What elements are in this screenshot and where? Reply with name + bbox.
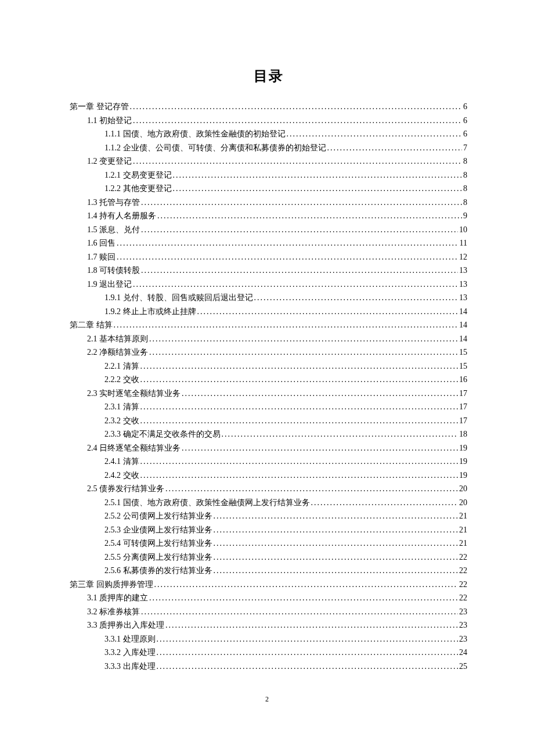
- toc-entry[interactable]: 2.3 实时逐笔全额结算业务17: [70, 390, 467, 398]
- toc-entry-label: 3.3 质押券出入库处理: [87, 621, 164, 629]
- toc-entry-page: 6: [463, 130, 467, 138]
- toc-leader-dots: [165, 485, 458, 493]
- toc-leader-dots: [214, 512, 459, 520]
- toc-entry-page: 6: [463, 103, 467, 111]
- toc-leader-dots: [173, 185, 463, 193]
- toc-leader-dots: [287, 130, 463, 138]
- toc-entry-label: 2.5.1 国债、地方政府债、政策性金融债网上发行结算业务: [104, 499, 310, 507]
- toc-entry[interactable]: 2.2 净额结算业务15: [70, 348, 467, 357]
- toc-entry[interactable]: 2.4 日终逐笔全额结算业务19: [70, 444, 467, 452]
- toc-entry-page: 20: [459, 485, 467, 493]
- toc-entry-label: 3.3.2 入库处理: [104, 649, 156, 657]
- toc-entry[interactable]: 第二章 结算14: [70, 321, 467, 329]
- toc-entry[interactable]: 3.3.2 入库处理24: [70, 649, 467, 657]
- toc-entry-page: 16: [459, 376, 467, 384]
- toc-entry[interactable]: 1.9.2 终止上市或终止挂牌14: [70, 308, 467, 316]
- toc-entry-page: 23: [459, 608, 467, 616]
- toc-entry[interactable]: 1.8 可转债转股13: [70, 267, 467, 275]
- toc-container: 第一章 登记存管61.1 初始登记61.1.1 国债、地方政府债、政策性金融债的…: [70, 103, 467, 671]
- toc-entry[interactable]: 3.1 质押库的建立22: [70, 594, 467, 602]
- toc-entry[interactable]: 1.2 变更登记8: [70, 157, 467, 165]
- toc-entry-page: 22: [459, 553, 467, 561]
- toc-leader-dots: [214, 567, 459, 575]
- toc-entry-page: 10: [459, 226, 467, 234]
- toc-entry-label: 1.4 持有人名册服务: [87, 212, 156, 220]
- toc-leader-dots: [149, 594, 458, 602]
- toc-entry[interactable]: 2.5.4 可转债网上发行结算业务21: [70, 539, 467, 548]
- toc-entry[interactable]: 第一章 登记存管6: [70, 103, 467, 111]
- toc-entry[interactable]: 1.1.1 国债、地方政府债、政策性金融债的初始登记6: [70, 130, 467, 138]
- toc-leader-dots: [141, 267, 458, 275]
- toc-entry[interactable]: 2.5.1 国债、地方政府债、政策性金融债网上发行结算业务20: [70, 499, 467, 507]
- toc-leader-dots: [140, 471, 459, 480]
- toc-entry[interactable]: 2.3.3 确定不满足交收条件的交易18: [70, 430, 467, 438]
- document-page: 目录 第一章 登记存管61.1 初始登记61.1.1 国债、地方政府债、政策性金…: [0, 0, 534, 671]
- toc-entry[interactable]: 1.3 托管与存管8: [70, 199, 467, 207]
- toc-entry-page: 17: [459, 390, 467, 398]
- toc-entry[interactable]: 2.4.1 清算19: [70, 458, 467, 466]
- toc-entry-label: 2.3.1 清算: [104, 403, 139, 411]
- toc-leader-dots: [140, 362, 459, 370]
- toc-entry[interactable]: 1.9 退出登记13: [70, 280, 467, 289]
- toc-entry[interactable]: 2.5.6 私募债券的发行结算业务22: [70, 567, 467, 575]
- toc-entry-page: 23: [459, 635, 467, 643]
- toc-entry-page: 22: [459, 567, 467, 575]
- toc-entry[interactable]: 3.3.3 出库处理25: [70, 663, 467, 671]
- toc-entry[interactable]: 2.5.5 分离债网上发行结算业务22: [70, 553, 467, 561]
- toc-entry[interactable]: 1.7 赎回12: [70, 253, 467, 261]
- toc-leader-dots: [173, 171, 463, 179]
- toc-leader-dots: [141, 608, 458, 616]
- toc-entry[interactable]: 2.4.2 交收19: [70, 471, 467, 480]
- toc-leader-dots: [214, 526, 459, 534]
- toc-leader-dots: [117, 239, 459, 247]
- toc-entry-label: 3.3.3 出库处理: [104, 663, 156, 671]
- toc-leader-dots: [222, 430, 459, 438]
- toc-entry[interactable]: 3.2 标准券核算23: [70, 608, 467, 616]
- toc-leader-dots: [140, 417, 459, 425]
- toc-leader-dots: [133, 157, 462, 165]
- toc-leader-dots: [157, 649, 459, 657]
- toc-leader-dots: [165, 621, 458, 629]
- toc-entry[interactable]: 3.3.1 处理原则23: [70, 635, 467, 643]
- toc-entry[interactable]: 2.5.2 公司债网上发行结算业务21: [70, 512, 467, 520]
- toc-entry-label: 第二章 结算: [70, 321, 113, 329]
- toc-entry[interactable]: 2.5 债券发行结算业务20: [70, 485, 467, 493]
- toc-entry-page: 14: [459, 335, 467, 343]
- toc-entry[interactable]: 2.1 基本结算原则14: [70, 335, 467, 343]
- toc-entry-label: 1.9 退出登记: [87, 280, 132, 289]
- toc-entry[interactable]: 1.2.1 交易变更登记8: [70, 171, 467, 179]
- toc-entry-page: 19: [459, 444, 467, 452]
- toc-entry-label: 2.2 净额结算业务: [87, 348, 148, 357]
- toc-entry[interactable]: 3.3 质押券出入库处理23: [70, 621, 467, 629]
- toc-entry-label: 第三章 回购质押券管理: [70, 581, 153, 589]
- toc-leader-dots: [157, 212, 462, 220]
- toc-entry-label: 3.3.1 处理原则: [104, 635, 156, 643]
- toc-entry-label: 2.1 基本结算原则: [87, 335, 148, 343]
- toc-entry[interactable]: 第三章 回购质押券管理22: [70, 581, 467, 589]
- toc-entry[interactable]: 2.2.1 清算15: [70, 362, 467, 370]
- toc-leader-dots: [140, 403, 459, 411]
- toc-entry[interactable]: 2.3.2 交收17: [70, 417, 467, 425]
- toc-entry-label: 2.3 实时逐笔全额结算业务: [87, 390, 181, 398]
- toc-entry-page: 8: [463, 199, 467, 207]
- toc-entry[interactable]: 1.4 持有人名册服务9: [70, 212, 467, 220]
- toc-entry[interactable]: 2.5.3 企业债网上发行结算业务21: [70, 526, 467, 534]
- toc-entry-page: 20: [459, 499, 467, 507]
- toc-entry[interactable]: 1.2.2 其他变更登记8: [70, 185, 467, 193]
- toc-entry[interactable]: 1.6 回售11: [70, 239, 467, 247]
- toc-leader-dots: [214, 553, 459, 561]
- toc-entry[interactable]: 1.1 初始登记6: [70, 117, 467, 125]
- toc-entry-label: 2.3.3 确定不满足交收条件的交易: [104, 430, 221, 438]
- toc-entry-label: 2.5.3 企业债网上发行结算业务: [104, 526, 212, 534]
- toc-entry-label: 1.8 可转债转股: [87, 267, 140, 275]
- toc-entry[interactable]: 1.9.1 兑付、转股、回售或赎回后退出登记13: [70, 294, 467, 302]
- toc-entry[interactable]: 1.5 派息、兑付10: [70, 226, 467, 234]
- toc-entry[interactable]: 1.1.2 企业债、公司债、可转债、分离债和私募债券的初始登记7: [70, 144, 467, 152]
- toc-entry-label: 1.1.1 国债、地方政府债、政策性金融债的初始登记: [104, 130, 286, 138]
- toc-entry-page: 19: [459, 458, 467, 466]
- toc-entry-page: 24: [459, 649, 467, 657]
- toc-leader-dots: [157, 635, 459, 643]
- toc-entry-label: 1.2.2 其他变更登记: [104, 185, 172, 193]
- toc-entry[interactable]: 2.3.1 清算17: [70, 403, 467, 411]
- toc-entry[interactable]: 2.2.2 交收16: [70, 376, 467, 384]
